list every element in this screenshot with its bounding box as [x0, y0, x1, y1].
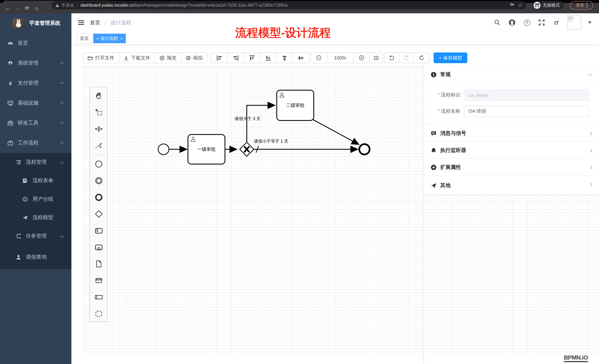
- exclusive-gateway[interactable]: [240, 142, 254, 156]
- align-vcenter-button[interactable]: [276, 53, 293, 63]
- browser-update-button[interactable]: 更新: [570, 1, 593, 9]
- incognito-icon: [534, 2, 541, 9]
- reset-zoom-icon: [374, 55, 379, 60]
- zoom-in-button[interactable]: [354, 53, 370, 63]
- breadcrumb-home[interactable]: 首页: [90, 20, 100, 25]
- bookmark-star-icon[interactable]: ☆: [518, 2, 522, 8]
- font-size-icon[interactable]: tT: [552, 18, 561, 27]
- avatar-caret-icon[interactable]: [588, 21, 592, 24]
- github-icon[interactable]: [508, 18, 516, 27]
- url-text[interactable]: dashboard.yudao.iocoder.cn/bpm/manager/m…: [80, 3, 508, 7]
- hand-tool[interactable]: [90, 87, 107, 104]
- save-model-button[interactable]: + 保存模型: [434, 52, 467, 63]
- sidebar-item-user-group[interactable]: 用户分组: [0, 190, 71, 208]
- end-event[interactable]: [359, 144, 370, 154]
- not-secure-label[interactable]: 不安全: [62, 2, 74, 8]
- tab-design-process[interactable]: ● 设计流程 ×: [93, 34, 126, 43]
- align-left-button[interactable]: [211, 53, 228, 63]
- section-general[interactable]: 常规: [424, 66, 599, 83]
- close-icon[interactable]: ×: [120, 36, 123, 41]
- search-icon[interactable]: [493, 18, 501, 27]
- user-task-level2[interactable]: 二级审批: [277, 90, 314, 120]
- sidebar-logo[interactable]: 芋道管理系统: [0, 13, 71, 33]
- zoom-out-button[interactable]: [311, 53, 327, 63]
- field-process-name: *流程名称: [424, 103, 589, 119]
- help-icon[interactable]: ?: [523, 18, 531, 27]
- tree-list-icon: [16, 159, 21, 165]
- simulate-button[interactable]: 模拟: [181, 53, 207, 63]
- password-key-icon[interactable]: [510, 2, 515, 8]
- section-extended-attrs[interactable]: 扩展属性: [424, 159, 599, 176]
- create-intermediate-event[interactable]: [90, 172, 107, 189]
- back-icon[interactable]: ←: [3, 5, 13, 11]
- chevron-up-icon: [60, 142, 64, 145]
- download-file-button[interactable]: 下载文件: [119, 53, 155, 63]
- align-hcenter-button[interactable]: [293, 53, 309, 63]
- sidebar-item-devtools[interactable]: 研发工具: [0, 113, 71, 133]
- align-right-button[interactable]: [228, 53, 244, 63]
- sidebar-item-workflow[interactable]: 工作流程: [0, 133, 71, 153]
- flow-task2-to-end[interactable]: [312, 119, 359, 144]
- not-secure-icon: [55, 3, 59, 7]
- monitor-icon: [7, 100, 13, 106]
- global-connect-tool[interactable]: [90, 137, 107, 154]
- sidebar-item-leave-query[interactable]: 请假查询: [0, 245, 71, 269]
- zoom-level: 100%: [327, 53, 354, 63]
- fullscreen-icon[interactable]: [537, 18, 546, 27]
- svg-text:一级审批: 一级审批: [197, 146, 216, 152]
- flow-gateway-to-task2[interactable]: [247, 105, 275, 142]
- sidebar-item-home[interactable]: 首页: [0, 33, 71, 53]
- sidebar-item-process-mgmt[interactable]: 流程管理: [0, 153, 71, 171]
- create-gateway[interactable]: [90, 205, 107, 222]
- collapse-sidebar-icon[interactable]: [77, 19, 85, 26]
- create-group[interactable]: [90, 305, 107, 322]
- process-name-input[interactable]: [464, 105, 589, 117]
- process-key-input[interactable]: [464, 89, 589, 101]
- sidebar-item-infra[interactable]: 基础设施: [0, 93, 71, 113]
- align-top-button[interactable]: [244, 53, 260, 63]
- user-icon: [16, 254, 21, 260]
- sidebar-item-label: 基础设施: [18, 100, 38, 106]
- create-data-store[interactable]: [90, 272, 107, 289]
- create-participant[interactable]: [90, 289, 107, 305]
- align-bottom-button[interactable]: [260, 53, 276, 63]
- create-data-object[interactable]: [90, 255, 107, 272]
- create-user-task[interactable]: [90, 222, 107, 239]
- start-event[interactable]: [158, 144, 169, 155]
- reload-icon[interactable]: ⟳: [22, 5, 32, 11]
- home-icon[interactable]: ⌂: [32, 5, 41, 11]
- zoom-reset-button[interactable]: [370, 53, 383, 63]
- user-task-level1[interactable]: 一级审批: [188, 135, 225, 164]
- tab-home[interactable]: 首页: [77, 34, 92, 43]
- undo-icon: [389, 55, 394, 61]
- section-message-signal[interactable]: 消息与信号: [424, 125, 599, 142]
- sidebar-item-process-form[interactable]: 流程表单: [0, 171, 71, 190]
- sidebar-item-system[interactable]: 系统管理: [0, 53, 71, 73]
- gear-icon: [7, 60, 13, 66]
- sidebar-item-payment[interactable]: ¥ 支付管理: [0, 73, 71, 93]
- bpmn-io-logo[interactable]: BPMN.iO: [564, 355, 588, 362]
- redo-button[interactable]: [399, 53, 414, 63]
- forward-icon[interactable]: →: [13, 5, 22, 11]
- flow-label-gt[interactable]: 请假大于 3 天: [235, 116, 261, 121]
- sidebar-item-label: 流程管理: [26, 159, 47, 166]
- flow-label-le[interactable]: 请假小于等于 1 天: [254, 139, 288, 144]
- branch-icon: [16, 233, 21, 239]
- create-end-event[interactable]: [90, 189, 107, 205]
- chevron-down-icon: [60, 100, 64, 104]
- section-other[interactable]: 其他: [424, 176, 599, 195]
- space-tool[interactable]: [90, 120, 107, 137]
- open-file-button[interactable]: 打开文件: [83, 53, 119, 63]
- address-bar[interactable]: 不安全 dashboard.yudao.iocoder.cn/bpm/manag…: [52, 1, 526, 9]
- avatar[interactable]: [567, 16, 581, 30]
- restart-button[interactable]: [414, 53, 429, 63]
- sidebar-item-process-model[interactable]: 流程模型: [0, 208, 71, 227]
- undo-button[interactable]: [384, 53, 399, 63]
- lasso-tool[interactable]: [90, 104, 107, 120]
- preview-button[interactable]: 预览: [155, 53, 181, 63]
- section-execution-listener[interactable]: 执行监听器: [424, 142, 599, 159]
- create-call-activity[interactable]: [90, 239, 107, 255]
- create-start-event[interactable]: [90, 156, 107, 172]
- sidebar-item-task-mgmt[interactable]: 任务管理: [0, 227, 71, 245]
- browser-menu-icon[interactable]: [587, 3, 588, 7]
